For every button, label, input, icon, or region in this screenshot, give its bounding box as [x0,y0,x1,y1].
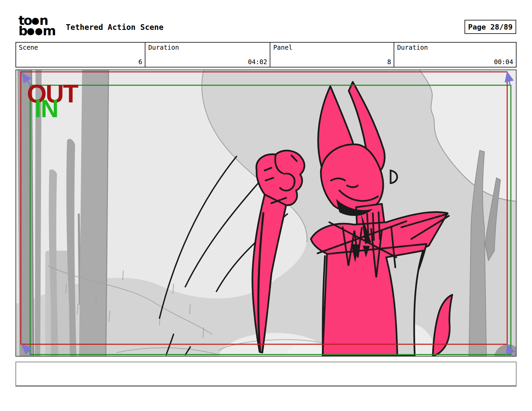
toonboom-logo: ton bm [18,15,55,36]
panel-label: Panel [273,44,391,51]
scene-label: Scene [19,44,142,51]
storyboard-panel: OUT IN [15,70,517,357]
logo-letter: b [18,26,27,36]
panel-duration-label: Duration [397,44,513,51]
scene-duration-value: 04:02 [148,58,267,65]
caption-box [15,362,517,386]
panel-info-bar: Scene 6 Duration 04:02 Panel 8 Duration … [15,42,517,67]
info-cell-panel: Panel 8 [270,43,394,67]
info-cell-panel-duration: Duration 00:04 [394,43,516,67]
scene-duration-label: Duration [148,44,267,51]
logo-letter: m [43,26,55,36]
project-title: Tethered Action Scene [66,23,164,32]
logo-line-2: bm [18,26,55,36]
page-number-box: Page 28/89 [464,20,516,34]
info-cell-scene-duration: Duration 04:02 [145,43,270,67]
logo-dot-icon [32,18,39,25]
storyboard-drawing: OUT IN [16,70,516,356]
scene-value: 6 [19,58,142,65]
logo-dot-icon [35,28,42,35]
camera-in-label: IN [35,95,58,123]
info-cell-scene: Scene 6 [16,43,145,67]
logo-dot-icon [27,28,34,35]
panel-value: 8 [273,58,391,65]
panel-duration-value: 00:04 [397,58,513,65]
